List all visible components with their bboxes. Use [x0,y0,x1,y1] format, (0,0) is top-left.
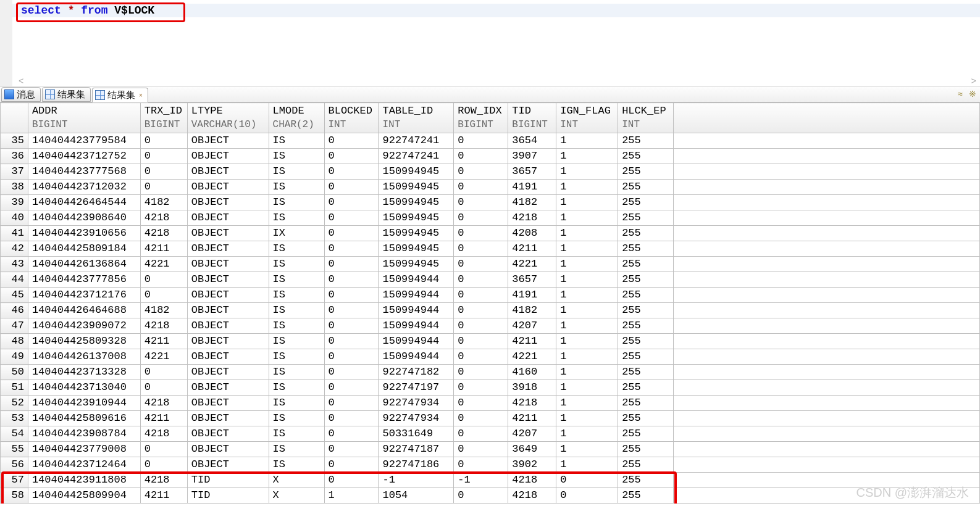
cell[interactable]: 140404425809616 [28,411,140,426]
cell[interactable]: 150994944 [379,349,454,365]
cell[interactable]: 0 [454,272,508,288]
table-row[interactable]: 421404044258091844211OBJECTIS01509949450… [1,241,980,257]
table-row[interactable]: 531404044258096164211OBJECTIS09227479340… [1,411,980,426]
cell[interactable]: 0 [140,164,187,180]
row-number[interactable]: 52 [1,396,28,411]
cell[interactable]: OBJECT [187,164,269,180]
cell[interactable]: 255 [618,303,674,318]
table-row[interactable]: 351404044237795840OBJECTIS09227472410365… [1,133,980,149]
cell[interactable]: 150994945 [379,241,454,257]
row-number[interactable]: 42 [1,241,28,257]
row-number[interactable]: 49 [1,349,28,365]
cell[interactable]: 255 [618,349,674,365]
cell[interactable]: 140404425809184 [28,241,140,257]
column-header-tid[interactable]: TIDBIGINT [508,103,556,133]
row-number[interactable]: 45 [1,288,28,303]
cell[interactable]: 4221 [508,257,556,272]
column-header-row_idx[interactable]: ROW_IDXBIGINT [454,103,508,133]
table-row[interactable]: 411404044239106564218OBJECTIX01509949450… [1,226,980,241]
cell[interactable]: 0 [324,411,379,426]
scroll-left-icon[interactable]: < [19,77,23,86]
cell[interactable]: 0 [324,210,379,226]
cell[interactable]: 1054 [379,488,454,504]
toolbar-icon-a[interactable]: ≈ [958,89,963,99]
cell[interactable]: 4218 [508,488,556,504]
cell[interactable]: OBJECT [187,349,269,365]
table-row[interactable]: 391404044264645444182OBJECTIS01509949450… [1,195,980,210]
cell[interactable]: 4218 [508,210,556,226]
cell[interactable]: OBJECT [187,442,269,457]
cell[interactable]: 255 [618,241,674,257]
row-number[interactable]: 57 [1,473,28,488]
cell[interactable]: 140404423712464 [28,457,140,473]
cell[interactable]: TID [187,473,269,488]
cell[interactable]: 3654 [508,133,556,149]
result-table[interactable]: ADDRBIGINTTRX_IDBIGINTLTYPEVARCHAR(10)LM… [0,102,980,504]
cell[interactable]: 255 [618,473,674,488]
cell[interactable]: 0 [140,272,187,288]
cell[interactable]: OBJECT [187,303,269,318]
cell[interactable]: 1 [556,365,618,380]
cell[interactable]: 1 [556,396,618,411]
cell[interactable]: 4207 [508,318,556,334]
cell[interactable]: 3907 [508,149,556,164]
cell[interactable]: 140404423908640 [28,210,140,226]
cell[interactable]: 255 [618,457,674,473]
cell[interactable]: 150994945 [379,226,454,241]
cell[interactable]: 0 [454,349,508,365]
cell[interactable]: 0 [454,426,508,442]
cell[interactable]: 922747186 [379,457,454,473]
cell[interactable]: 4218 [140,318,187,334]
cell[interactable]: IS [269,133,324,149]
cell[interactable]: OBJECT [187,241,269,257]
cell[interactable]: 0 [324,426,379,442]
cell[interactable]: 140404423910944 [28,396,140,411]
cell[interactable]: 3657 [508,272,556,288]
cell[interactable]: 140404423779008 [28,442,140,457]
cell[interactable]: 0 [324,334,379,349]
cell[interactable]: 0 [324,195,379,210]
column-header-hlck_ep[interactable]: HLCK_EPINT [618,103,674,133]
cell[interactable]: 255 [618,396,674,411]
cell[interactable]: 140404426464688 [28,303,140,318]
cell[interactable]: 0 [324,365,379,380]
cell[interactable]: 4221 [140,257,187,272]
cell[interactable]: 1 [556,164,618,180]
cell[interactable]: -1 [454,473,508,488]
cell[interactable]: X [269,473,324,488]
close-icon[interactable]: × [139,92,143,99]
cell[interactable]: 4207 [508,426,556,442]
row-number[interactable]: 54 [1,426,28,442]
cell[interactable]: OBJECT [187,226,269,241]
cell[interactable]: 922747934 [379,411,454,426]
cell[interactable]: 150994945 [379,195,454,210]
cell[interactable]: 0 [454,149,508,164]
cell[interactable]: 140404423909072 [28,318,140,334]
row-number[interactable]: 47 [1,318,28,334]
cell[interactable]: 3902 [508,457,556,473]
cell[interactable]: 255 [618,149,674,164]
cell[interactable]: 1 [556,288,618,303]
cell[interactable]: 4182 [508,303,556,318]
cell[interactable]: 0 [324,442,379,457]
cell[interactable]: 140404423911808 [28,473,140,488]
cell[interactable]: 255 [618,426,674,442]
cell[interactable]: 4218 [508,473,556,488]
cell[interactable]: 922747197 [379,380,454,396]
cell[interactable]: 150994944 [379,288,454,303]
cell[interactable]: OBJECT [187,411,269,426]
row-number[interactable]: 53 [1,411,28,426]
cell[interactable]: 4182 [140,195,187,210]
cell[interactable]: 0 [556,473,618,488]
cell[interactable]: 140404423712752 [28,149,140,164]
cell[interactable]: 3649 [508,442,556,457]
cell[interactable]: 150994944 [379,303,454,318]
cell[interactable]: 0 [454,488,508,504]
cell[interactable]: 0 [140,365,187,380]
cell[interactable]: 0 [454,303,508,318]
cell[interactable]: OBJECT [187,380,269,396]
table-row[interactable]: 501404044237133280OBJECTIS09227471820416… [1,365,980,380]
cell[interactable]: 0 [324,303,379,318]
cell[interactable]: 0 [140,149,187,164]
column-header-lmode[interactable]: LMODECHAR(2) [269,103,324,133]
